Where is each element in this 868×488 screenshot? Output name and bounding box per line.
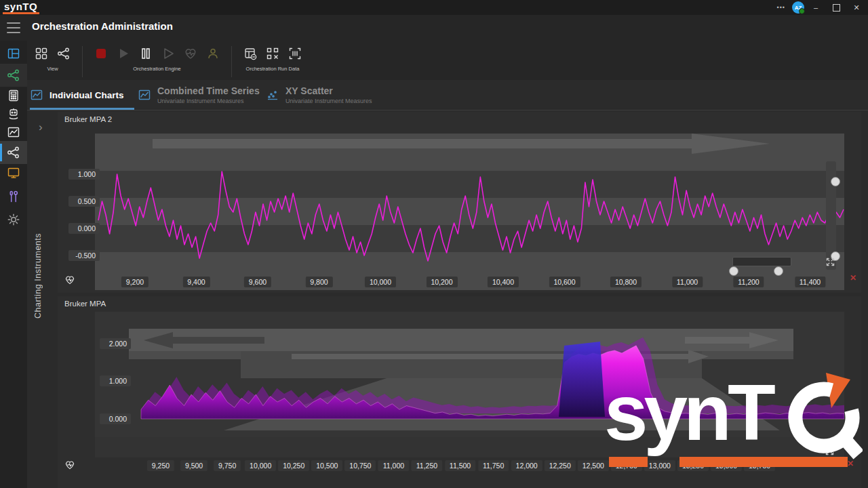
person-icon[interactable]	[204, 45, 222, 62]
scatter-icon	[266, 88, 279, 102]
network-icon	[7, 68, 20, 82]
y-tick-label: 1.000	[100, 375, 131, 386]
y-tick-label: 0.000	[68, 223, 100, 234]
maximize-button[interactable]	[827, 0, 845, 15]
x-tick-label: 10,800	[610, 277, 642, 287]
close-button[interactable]: ✕	[848, 0, 865, 15]
main-content: Individual ChartsCombined Time SeriesUni…	[27, 80, 868, 488]
tab-xy-scatter[interactable]: XY ScatterUnivariate Instrument Measures	[266, 80, 381, 110]
toolbar-group-label: View	[47, 66, 58, 72]
chart-title: Bruker MPA	[64, 300, 106, 308]
grid-remove-icon[interactable]	[264, 45, 281, 62]
x-tick-label: 12,500	[578, 460, 609, 471]
vslider-top-handle[interactable]	[831, 177, 840, 186]
x-tick-label: 11,400	[795, 277, 825, 287]
more-options-icon[interactable]: •••	[773, 4, 789, 11]
tab-label: Individual Charts	[50, 90, 124, 100]
remove-chart-button[interactable]: ✕	[847, 459, 854, 468]
pause-icon[interactable]	[137, 45, 155, 62]
instrument-health-icon[interactable]	[64, 274, 75, 288]
x-tick-label: 11,250	[412, 460, 442, 471]
hzoom-right-handle[interactable]	[774, 266, 783, 276]
x-tick-label: 10,500	[311, 460, 342, 471]
grid-view-icon[interactable]	[33, 45, 50, 62]
app-logo: synTQ	[4, 1, 37, 12]
play-outline-icon[interactable]	[159, 45, 177, 62]
titlebar-controls: ••• AZ – ✕	[773, 0, 865, 15]
area-chart-icon	[138, 88, 151, 102]
x-tick-label: 12,250	[545, 460, 576, 471]
tab-subtitle: Univariate Instrument Measures	[285, 98, 372, 104]
expand-rail-chevron-icon[interactable]: ›	[39, 121, 43, 134]
x-tick-label: 9,500	[180, 460, 208, 471]
hamburger-menu-icon[interactable]	[7, 22, 20, 33]
app-window: synTQ ••• AZ – ✕ Orchestration Administr…	[0, 0, 868, 488]
user-avatar[interactable]: AZ	[792, 1, 804, 14]
sidebar-item-dashboard[interactable]	[0, 43, 27, 64]
x-tick-label: 10,200	[426, 277, 457, 287]
x-tick-label: 11,000	[378, 460, 409, 471]
tools-icon	[7, 190, 20, 203]
sidebar-item-tools[interactable]	[0, 186, 27, 207]
minimize-button[interactable]: –	[807, 0, 825, 15]
x-tick-label: 9,200	[121, 277, 149, 287]
instrument-icon	[7, 107, 20, 121]
x-tick-label: 11,000	[672, 277, 703, 287]
tab-text: XY ScatterUnivariate Instrument Measures	[285, 85, 372, 104]
sidebar-item-monitor[interactable]	[0, 163, 27, 183]
x-tick-label: 9,250	[147, 460, 174, 471]
y-tick-label: 2.000	[100, 338, 131, 349]
charts-icon	[7, 125, 20, 139]
surface-chart-scene[interactable]	[95, 312, 844, 458]
tab-individual-charts[interactable]: Individual Charts	[30, 80, 134, 110]
sidebar-item-instrument[interactable]	[0, 104, 27, 124]
topbar: Orchestration Administration ViewOrchest…	[0, 15, 868, 80]
stop-icon[interactable]	[92, 45, 110, 62]
dashboard-icon	[7, 47, 20, 60]
tab-label: XY Scatter	[285, 85, 372, 96]
rail-label: Charting Instruments	[33, 149, 43, 319]
x-tick-label: 12,000	[511, 460, 542, 471]
horizontal-zoom-bar[interactable]	[732, 257, 791, 266]
x-tick-label: 10,250	[278, 460, 309, 471]
instrument-health-icon[interactable]	[64, 460, 75, 473]
remove-chart-button[interactable]: ✕	[850, 273, 856, 283]
y-tick-label: -0.500	[68, 250, 100, 261]
page-title: Orchestration Administration	[32, 20, 173, 32]
sidebar-item-settings[interactable]	[0, 209, 27, 230]
surface-blue-face	[559, 342, 605, 417]
export-data-icon[interactable]	[241, 45, 259, 62]
toolbar-separator	[231, 46, 232, 77]
share-view-icon[interactable]	[55, 45, 73, 62]
sidebar-item-charting-network[interactable]	[0, 141, 27, 164]
toolbar-icon-row	[241, 45, 304, 62]
heart-pulse-icon[interactable]	[182, 45, 199, 62]
toolbar-group-label: Orchestration Run Data	[246, 66, 300, 72]
calculator-icon	[7, 89, 20, 102]
x-tick-label: 9,750	[214, 460, 241, 471]
chart-panel-bruker-mpa-2: Bruker MPA 2 1.0000.5000.000-0.500 9,200…	[58, 112, 861, 293]
x-tick-label: 12,750	[611, 460, 642, 471]
chart-panel-bruker-mpa: Bruker MPA	[58, 296, 861, 488]
monitor-icon	[7, 166, 20, 180]
toolbar-icon-row	[92, 45, 222, 62]
x-tick-label: 11,500	[445, 460, 475, 471]
hzoom-left-handle[interactable]	[729, 266, 738, 276]
tab-label: Combined Time Series	[157, 85, 260, 96]
toolbar-group-label: Orchestration Engine	[133, 66, 180, 72]
sidebar-item-network[interactable]	[0, 64, 27, 87]
titlebar: synTQ ••• AZ – ✕	[0, 0, 868, 15]
x-tick-label: 13,000	[644, 460, 675, 471]
sidebar-item-calculator[interactable]	[0, 85, 27, 106]
fullscreen-expand-icon[interactable]	[825, 256, 836, 268]
toolbar-group-view: View	[33, 45, 73, 72]
sidebar-item-charts[interactable]	[0, 122, 27, 142]
play-icon[interactable]	[115, 45, 132, 62]
area-chart-icon	[30, 88, 43, 102]
x-tick-label: 10,400	[488, 277, 519, 287]
barcode-icon[interactable]	[286, 45, 304, 62]
online-status-dot	[799, 8, 805, 14]
tab-combined-time-series[interactable]: Combined Time SeriesUnivariate Instrumen…	[138, 80, 267, 110]
fullscreen-expand-icon[interactable]	[824, 445, 835, 457]
x-tick-label: 13,500	[711, 460, 742, 471]
